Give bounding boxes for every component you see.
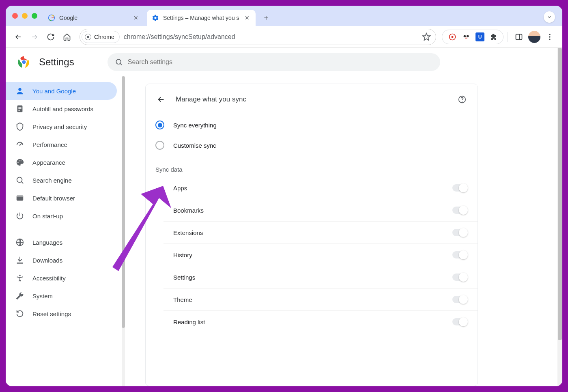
chrome-chip-icon [84, 33, 92, 41]
sidebar-item-reset-settings[interactable]: Reset settings [6, 305, 117, 323]
maximize-window-button[interactable] [32, 13, 37, 19]
sidebar-item-autofill-and-passwords[interactable]: Autofill and passwords [6, 100, 117, 118]
sidebar-item-label: On start-up [32, 213, 63, 220]
toggle-switch[interactable] [452, 207, 468, 214]
radio-customise-sync[interactable]: Customise sync [146, 135, 478, 155]
url-text: chrome://settings/syncSetup/advanced [124, 33, 418, 41]
wrench-icon [15, 291, 24, 300]
svg-rect-8 [516, 34, 522, 39]
download-icon [15, 256, 24, 265]
settings-main: Manage what you sync Sync everythingCust… [125, 76, 562, 386]
sidebar-item-appearance[interactable]: Appearance [6, 153, 117, 171]
toggle-row-reading-list: Reading list [164, 311, 478, 333]
card-header: Manage what you sync [146, 88, 478, 115]
close-window-button[interactable] [12, 13, 18, 19]
sidebar-item-label: Downloads [32, 257, 62, 264]
search-icon [15, 176, 24, 185]
minimize-window-button[interactable] [22, 13, 28, 19]
sidebar-divider [6, 229, 125, 229]
toggle-switch[interactable] [452, 296, 468, 303]
sidebar-item-downloads[interactable]: Downloads [6, 251, 117, 269]
google-favicon-icon [48, 14, 55, 22]
radio-sync-everything[interactable]: Sync everything [146, 115, 478, 135]
svg-point-16 [116, 59, 121, 64]
content-scrollbar[interactable] [557, 48, 562, 386]
toggle-row-theme: Theme [164, 289, 478, 311]
tab-title: Settings – Manage what you s [163, 15, 239, 21]
sidebar-item-search-engine[interactable]: Search engine [6, 171, 117, 189]
person-icon [15, 86, 24, 95]
svg-point-23 [17, 162, 18, 163]
reset-icon [15, 309, 24, 318]
page-content: Settings You and GoogleAutofill and pass… [6, 48, 562, 386]
toggle-label: Settings [173, 274, 195, 281]
extensions-pill: U [442, 30, 503, 44]
tab-search-button[interactable] [544, 11, 555, 23]
svg-rect-21 [18, 110, 20, 111]
toggle-label: Theme [173, 296, 192, 303]
sidebar-item-default-browser[interactable]: Default browser [6, 189, 117, 207]
toggle-switch[interactable] [452, 251, 468, 258]
profile-avatar[interactable] [528, 31, 540, 43]
svg-point-25 [21, 160, 22, 161]
radio-label: Customise sync [173, 142, 216, 149]
svg-point-22 [19, 144, 21, 146]
toggle-switch[interactable] [452, 229, 468, 236]
back-arrow-button[interactable] [154, 92, 168, 107]
svg-point-5 [464, 35, 466, 37]
toggle-row-settings: Settings [164, 266, 478, 289]
settings-gear-icon [152, 14, 159, 22]
power-icon [15, 211, 24, 220]
toggle-label: Extensions [173, 229, 203, 236]
tab-google[interactable]: Google ✕ [43, 10, 144, 26]
svg-point-30 [19, 275, 21, 276]
extension-2-icon[interactable] [462, 32, 471, 41]
help-button[interactable] [455, 92, 469, 107]
svg-point-10 [549, 36, 550, 37]
close-tab-button[interactable]: ✕ [243, 14, 251, 22]
sidebar-item-label: Accessibility [32, 275, 66, 282]
new-tab-button[interactable] [260, 11, 273, 24]
settings-sidebar: You and GoogleAutofill and passwordsPriv… [6, 76, 125, 386]
svg-rect-19 [18, 107, 21, 108]
address-bar[interactable]: Chrome chrome://settings/syncSetup/advan… [80, 29, 436, 45]
settings-title: Settings [39, 56, 74, 68]
shield-icon [15, 122, 24, 131]
sidebar-item-label: Privacy and security [32, 123, 87, 130]
tab-settings[interactable]: Settings – Manage what you s ✕ [147, 10, 256, 26]
tab-strip: Google ✕ Settings – Manage what you s ✕ [6, 6, 562, 26]
speed-icon [15, 140, 24, 149]
site-chip[interactable]: Chrome [82, 31, 120, 43]
svg-rect-7 [465, 37, 467, 38]
sidebar-item-accessibility[interactable]: Accessibility [6, 269, 117, 287]
close-tab-button[interactable]: ✕ [132, 14, 140, 22]
extension-1-icon[interactable] [448, 32, 457, 41]
sidebar-item-languages[interactable]: Languages [6, 233, 117, 251]
back-button[interactable] [11, 30, 25, 44]
toggle-switch[interactable] [452, 318, 468, 325]
browser-window: Google ✕ Settings – Manage what you s ✕ [6, 6, 562, 386]
extensions-menu-icon[interactable] [489, 33, 497, 41]
tab-title: Google [59, 15, 77, 21]
svg-point-9 [549, 34, 550, 35]
sidebar-scrollbar[interactable] [122, 76, 125, 386]
home-button[interactable] [60, 30, 74, 44]
browser-icon [15, 194, 24, 202]
toggle-switch[interactable] [452, 274, 468, 281]
search-settings-field[interactable] [128, 58, 433, 66]
overflow-menu-button[interactable] [543, 30, 557, 44]
sidebar-item-system[interactable]: System [6, 287, 117, 305]
reload-button[interactable] [44, 30, 58, 44]
bookmark-star-icon[interactable] [422, 32, 431, 41]
forward-button[interactable] [28, 30, 41, 44]
sidebar-item-on-start-up[interactable]: On start-up [6, 207, 117, 225]
palette-icon [15, 158, 24, 167]
extension-3-icon[interactable]: U [475, 32, 484, 41]
side-panel-button[interactable] [512, 30, 526, 44]
toggle-row-apps: Apps [164, 177, 478, 199]
sidebar-item-privacy-and-security[interactable]: Privacy and security [6, 118, 117, 136]
sidebar-item-you-and-google[interactable]: You and Google [6, 82, 117, 100]
toggle-switch[interactable] [452, 184, 468, 192]
search-settings-input[interactable] [108, 53, 440, 71]
sidebar-item-performance[interactable]: Performance [6, 136, 117, 153]
